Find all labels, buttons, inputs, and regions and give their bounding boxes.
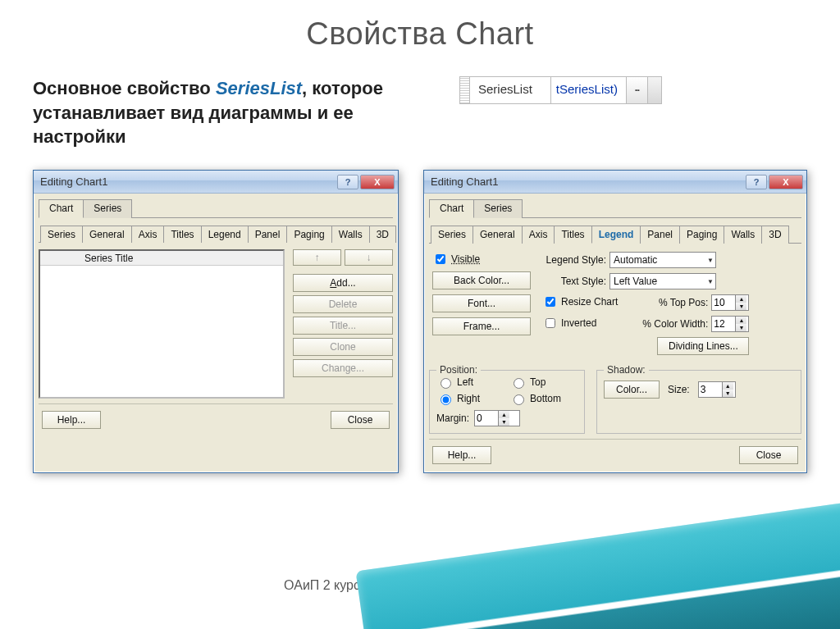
subtab-axis[interactable]: Axis	[131, 226, 165, 243]
clone-button[interactable]: Clone	[293, 338, 393, 356]
close-button-bottom[interactable]: Close	[331, 411, 390, 429]
color-width-spinner[interactable]: ▲▼	[711, 316, 749, 332]
help-button-bottom[interactable]: Help...	[432, 446, 491, 464]
margin-spinner[interactable]: ▲▼	[474, 410, 520, 426]
close-button[interactable]: X	[769, 175, 803, 189]
subtab-walls[interactable]: Walls	[724, 226, 762, 244]
visible-label: Visible	[451, 253, 480, 265]
top-pos-spinner[interactable]: ▲▼	[711, 294, 749, 311]
series-title-header: Series Title	[80, 253, 283, 264]
chevron-down-icon: ▼	[707, 257, 714, 264]
property-value-cell[interactable]: tSeriesList)	[551, 77, 627, 103]
subtab-general[interactable]: General	[472, 226, 523, 244]
subtab-titles[interactable]: Titles	[554, 226, 591, 244]
color-width-input[interactable]	[712, 317, 735, 331]
pos-right-radio[interactable]	[441, 394, 451, 405]
color-width-label: % Color Width:	[637, 318, 708, 330]
delete-button[interactable]: Delete	[293, 295, 393, 313]
dividing-lines-button[interactable]: Dividing Lines...	[657, 337, 749, 355]
subtab-axis[interactable]: Axis	[522, 226, 555, 244]
move-down-button[interactable]: ↓	[345, 249, 393, 266]
tab-chart[interactable]: Chart	[429, 199, 474, 218]
series-list-box[interactable]: Series Title	[39, 249, 285, 399]
ellipsis-icon: ···	[635, 86, 639, 95]
tab-series[interactable]: Series	[473, 199, 523, 218]
subtab-titles[interactable]: Titles	[163, 226, 201, 243]
tab-series[interactable]: Series	[83, 199, 132, 218]
margin-input[interactable]	[475, 411, 498, 426]
text-style-combo[interactable]: Left Value▼	[609, 273, 716, 289]
subtab-3d[interactable]: 3D	[369, 226, 396, 243]
spin-up-icon[interactable]: ▲	[498, 411, 509, 418]
spin-up-icon[interactable]: ▲	[722, 382, 733, 390]
resize-chart-checkbox[interactable]	[546, 297, 555, 307]
subtab-3d[interactable]: 3D	[761, 226, 788, 244]
spin-down-icon[interactable]: ▼	[498, 418, 509, 426]
inverted-label: Inverted	[561, 317, 596, 329]
subtab-legend[interactable]: Legend	[201, 226, 249, 243]
spin-up-icon[interactable]: ▲	[735, 295, 746, 303]
ellipsis-button[interactable]: ···	[627, 77, 648, 103]
legend-style-combo[interactable]: Automatic▼	[609, 252, 716, 268]
property-name-cell[interactable]: SeriesList	[470, 77, 551, 103]
grip-icon	[460, 77, 470, 103]
subtab-panel[interactable]: Panel	[248, 226, 288, 243]
help-button-bottom[interactable]: Help...	[42, 411, 101, 429]
pos-left-radio[interactable]	[441, 378, 451, 389]
dialog-editing-chart-legend: Editing Chart1 ? X Chart Series Series G…	[423, 170, 807, 473]
subtab-walls[interactable]: Walls	[331, 226, 370, 243]
serieslist-word: SeriesList	[216, 78, 302, 98]
margin-label: Margin:	[436, 412, 469, 424]
window-title: Editing Chart1	[431, 175, 498, 188]
scrollbar-vertical[interactable]	[648, 77, 661, 103]
pos-bottom-radio[interactable]	[514, 394, 524, 405]
shadow-group-label: Shadow:	[604, 364, 649, 376]
frame-button[interactable]: Frame...	[432, 317, 531, 335]
top-pos-label: % Top Pos:	[637, 297, 708, 308]
legend-style-label: Legend Style:	[542, 254, 606, 266]
help-button[interactable]: ?	[337, 175, 358, 189]
tab-chart[interactable]: Chart	[39, 199, 84, 218]
spin-up-icon[interactable]: ▲	[735, 317, 746, 324]
resize-chart-label: Resize Chart	[561, 296, 618, 308]
font-button[interactable]: Font...	[432, 294, 531, 312]
description-text: Основное свойство SeriesList, которое ус…	[33, 76, 435, 149]
shadow-color-button[interactable]: Color...	[604, 381, 660, 399]
chevron-down-icon: ▼	[707, 278, 714, 285]
dialog-editing-chart-series: Editing Chart1 ? X Chart Series Series G…	[33, 170, 399, 473]
move-up-button[interactable]: ↑	[293, 249, 341, 266]
back-color-button[interactable]: Back Color...	[432, 271, 531, 289]
subtab-paging[interactable]: Paging	[679, 226, 724, 244]
top-pos-input[interactable]	[712, 295, 735, 310]
subtab-series[interactable]: Series	[40, 226, 83, 243]
shadow-size-spinner[interactable]: ▲▼	[698, 381, 736, 398]
spin-down-icon[interactable]: ▼	[735, 303, 746, 310]
shadow-size-label: Size:	[668, 384, 690, 395]
text-style-label: Text Style:	[542, 276, 606, 287]
position-group-label: Position:	[436, 364, 481, 376]
change-button[interactable]: Change...	[293, 359, 393, 377]
visible-checkbox[interactable]	[436, 254, 445, 264]
decorative-stripe	[355, 491, 840, 629]
subtab-series[interactable]: Series	[431, 226, 473, 244]
close-button[interactable]: X	[360, 175, 395, 189]
slide-title: Свойства Chart	[0, 16, 840, 52]
object-inspector-row: SeriesList tSeriesList) ···	[459, 76, 662, 104]
spin-down-icon[interactable]: ▼	[722, 390, 733, 397]
subtab-legend[interactable]: Legend	[591, 226, 641, 244]
spin-down-icon[interactable]: ▼	[735, 324, 746, 331]
window-title: Editing Chart1	[40, 175, 107, 188]
subtab-general[interactable]: General	[82, 226, 132, 243]
subtab-paging[interactable]: Paging	[286, 226, 331, 243]
subtab-panel[interactable]: Panel	[640, 226, 680, 244]
title-button[interactable]: Title...	[293, 317, 393, 335]
close-button-bottom[interactable]: Close	[739, 446, 798, 464]
help-button[interactable]: ?	[746, 175, 767, 189]
shadow-size-input[interactable]	[699, 382, 722, 397]
inverted-checkbox[interactable]	[546, 318, 555, 328]
pos-top-radio[interactable]	[514, 378, 524, 389]
add-button[interactable]: Add...	[293, 274, 393, 292]
